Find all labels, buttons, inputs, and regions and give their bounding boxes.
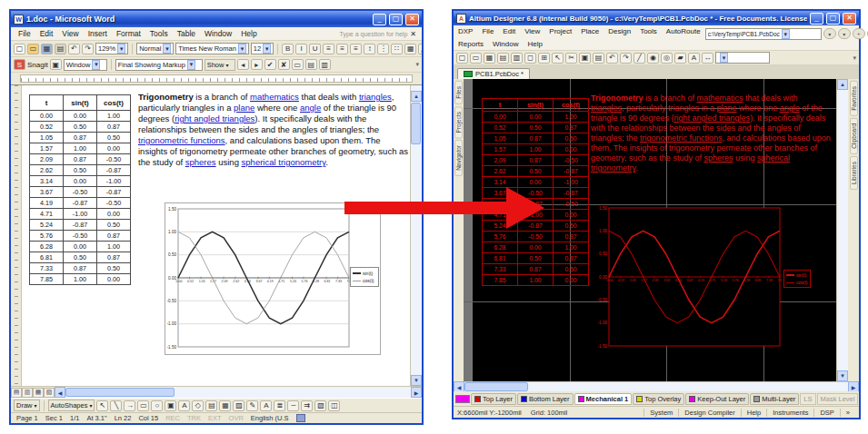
hyperlink[interactable]: spheres [703,153,733,163]
font-color-icon[interactable]: A [260,400,272,411]
menu-view[interactable]: View [520,26,544,36]
arrow-icon[interactable]: → [124,400,135,411]
menu-file[interactable]: File [14,28,35,39]
track-changes-icon[interactable]: ▤ [305,59,317,70]
next-change-icon[interactable]: ▸ [251,59,263,70]
hyperlink[interactable]: mathematics [250,92,299,102]
document-path-combo[interactable]: c:\VeryTemp\PCB1.PcbDoc▼ [705,28,822,40]
menu-reports[interactable]: Reports [454,39,488,49]
vertical-ruler[interactable] [11,85,22,386]
cut-icon[interactable]: ✂ [565,53,577,64]
zoom-area-icon[interactable]: ⊞ [538,53,550,64]
picture-icon[interactable]: ▦ [219,400,231,411]
scroll-right-icon[interactable]: ▶ [411,387,422,398]
hyperlink[interactable]: triangles [591,104,622,113]
select-objects-icon[interactable]: ↖ [96,400,108,411]
menu-format[interactable]: Format [112,28,145,39]
draw-menu-button[interactable]: Draw▾ [14,399,40,411]
new-comment-icon[interactable]: ▭ [292,59,304,70]
word-chart[interactable]: 1.501.000.500.00-0.50-1.00-1.500.000.521… [165,202,381,355]
scroll-down-icon[interactable]: ▼ [837,370,848,381]
reviewing-pane-icon[interactable]: ▥ [319,59,331,70]
place-dimension-icon[interactable]: ↔ [702,53,713,64]
word-paragraph[interactable]: Trigonometry is a branch of mathematics … [138,92,409,168]
line-style-icon[interactable]: ≣ [274,400,285,411]
document-tab-pcb1[interactable]: PCB1.PcbDoc * [457,68,530,79]
style-combo[interactable]: Normal▼ [136,43,174,54]
place-pad-icon[interactable]: ◉ [647,53,659,64]
place-line-icon[interactable]: ╱ [634,53,645,64]
chevron-down-icon[interactable]: ▼ [263,44,271,54]
highlight-icon[interactable]: ▂ [418,44,422,54]
nav-dropdown-icon[interactable]: ▾ [823,28,836,39]
pcb-canvas[interactable]: tsin(t)cos(t)0.000.001.000.520.500.871.0… [464,79,836,381]
panel-button-help[interactable]: Help [741,409,766,417]
scroll-up-icon[interactable]: ▲ [411,91,422,102]
undo-icon[interactable]: ↶ [68,44,80,54]
right-panel-tab-clipboard[interactable]: Clipboard [850,118,858,154]
open-icon[interactable]: ▭ [470,53,482,64]
mask-combo[interactable]: ▼ [715,52,770,64]
align-left-icon[interactable]: ≡ [323,44,334,54]
pcb-chart[interactable]: 1.501.000.500.00-0.50-1.00-1.500.000.521… [596,206,816,351]
left-panel-tab-navigator[interactable]: Navigator [454,140,463,176]
scroll-down-icon[interactable]: ▼ [411,375,422,386]
web-layout-view-icon[interactable]: ▥ [22,388,33,398]
word-vertical-scrollbar[interactable]: ▲ ▼ [410,85,422,386]
print-preview-icon[interactable]: ▥ [511,53,523,64]
font-size-combo[interactable]: 12▼ [251,43,274,54]
underline-icon[interactable]: U [309,44,321,54]
word-titlebar[interactable]: W 1.doc - Microsoft Word _ ▢ ✕ [11,11,422,27]
reject-change-icon[interactable]: ✘ [278,59,290,70]
place-polygon-icon[interactable]: ▰ [674,53,686,64]
maximize-button[interactable]: ▢ [389,14,403,25]
menu-design[interactable]: Design [604,26,635,36]
hyperlink[interactable]: trigonometric functions [640,133,723,143]
panel-button-instruments[interactable]: Instruments [766,409,813,417]
open-folder-icon[interactable]: ▭ [27,44,39,54]
chevron-down-icon[interactable]: ▼ [117,44,125,54]
left-panel-tab-projects[interactable]: Projects [454,106,463,138]
zoom-fit-icon[interactable]: ◻ [524,53,536,64]
altium-horizontal-scrollbar[interactable]: ◀ ▶ [454,381,859,391]
altium-titlebar[interactable]: A Altium Designer 6.8 (Internal Build 90… [454,11,859,25]
menu-place[interactable]: Place [576,26,604,36]
hyperlink[interactable]: plane [234,103,254,113]
scroll-left-icon[interactable]: ◀ [55,387,65,398]
print-icon[interactable]: ▤ [55,44,66,54]
line-color-icon[interactable]: ✎ [246,400,258,411]
line-icon[interactable]: ╲ [110,400,122,411]
italic-icon[interactable]: I [295,44,307,54]
hyperlink[interactable]: trigonometric functions [138,135,225,145]
bold-icon[interactable]: B [282,44,294,54]
fill-color-icon[interactable]: ▨ [233,400,244,411]
font-combo[interactable]: Times New Roman▼ [175,43,249,54]
bullets-icon[interactable]: ∷ [391,44,403,54]
current-layer-color-swatch[interactable] [455,395,470,403]
scrollbar-thumb[interactable] [65,388,175,397]
previous-change-icon[interactable]: ◂ [237,59,249,70]
altium-vertical-scrollbar[interactable]: ▲ ▼ [836,79,848,381]
layer-tab-top-overlay[interactable]: Top Overlay [633,393,684,405]
hyperlink[interactable]: triangles [359,92,392,102]
minimize-button[interactable]: _ [373,14,386,25]
menu-dxp[interactable]: DXP [454,26,477,36]
close-button[interactable]: ✕ [405,14,419,25]
layer-bar-button-mask-level[interactable]: Mask Level [817,393,859,405]
save-icon[interactable]: ▦ [41,44,53,54]
shadow-style-icon[interactable]: ▧ [314,400,326,411]
ask-a-question-box[interactable]: Type a question for help [340,31,408,37]
align-right-icon[interactable]: ≡ [350,44,362,54]
pcb-paragraph[interactable]: Trigonometry is a branch of mathematics … [591,94,831,173]
menu-autoroute[interactable]: AutoRoute [662,26,705,36]
display-for-review-combo[interactable]: Final Showing Markup▼ [115,59,203,71]
hyperlink[interactable]: right angled triangles [674,113,751,123]
menu-help[interactable]: Help [523,39,546,49]
normal-view-icon[interactable]: ▤ [11,388,22,398]
scrollbar-thumb[interactable] [411,103,421,144]
layer-tab-multi-layer[interactable]: Multi-Layer [750,393,799,405]
panel-button-design-compiler[interactable]: Design Compiler [678,409,740,417]
redo-icon[interactable]: ↷ [82,44,94,54]
panel-button-dsp[interactable]: DSP [813,409,839,417]
new-document-icon[interactable]: ▢ [456,53,468,64]
